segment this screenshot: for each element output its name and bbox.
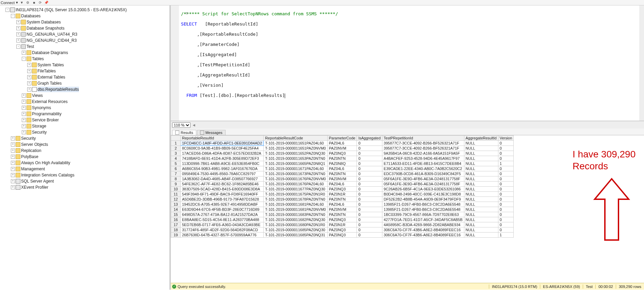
server-node[interactable]: -IN01LAP83174 (SQL Server 15.0.2000.5 - … [5,7,169,13]
grid-cell[interactable]: NULL [464,233,498,238]
grid-header[interactable]: ReportableResultId [181,136,264,141]
grid-cell[interactable]: 306C6A70-CF7F-43B6-A8E2-8B4089FEEC16 [382,227,464,233]
db-node[interactable]: +NG_GENAURU_CID44_R3 [16,37,169,44]
grid-cell[interactable]: A5D6BE2D-3DBB-496B-9173-79FA87D15628 [181,197,264,202]
grid-cell[interactable]: 54FE362C-AF7F-4E82-BC62-1F882A85BE46 [181,182,264,187]
expand-icon[interactable]: + [11,142,15,147]
grid-cell[interactable]: 0 [357,217,382,222]
grid-cell[interactable]: 26B7638D-647B-4327-B57F-5700959AA776 [181,233,264,238]
grid-cell[interactable]: 5ED7EB6B-0717-4FE6-A36D-043A3CDA93BE [181,222,264,227]
table-row[interactable]: 1926B7638D-647B-4327-B57F-5700959AA776T-… [171,233,514,238]
grid-header[interactable]: IsAggregated [357,136,382,141]
grid-cell[interactable]: 0 [498,212,514,217]
row-number[interactable]: 18 [171,227,181,233]
grid-cell[interactable]: NULL [464,217,498,222]
grid-cell[interactable]: 0 [357,202,382,207]
grid-cell[interactable]: 17ACED56-D86A-4DFA-8D87-EC57ED032B2A [181,151,264,156]
grid-cell[interactable]: 1A3B3082-DA4D-4685-AB4F-D38507766927 [181,176,264,182]
grid-cell[interactable]: NULL [464,182,498,187]
row-number[interactable]: 16 [171,217,181,222]
grid-cell[interactable]: 0 [498,141,514,146]
grid-header[interactable]: TestPRepetitionId [382,136,464,141]
grid-cell[interactable]: 0 [498,197,514,202]
grid-cell[interactable]: T-101-2019-0000011673PAZ0NTN0 [264,171,327,176]
grid-cell[interactable]: PAZ0NVM [327,176,357,182]
grid-cell[interactable]: 395877C7-3CCE-4092-B266-BF526321A71F [382,146,464,151]
grid-cell[interactable]: 6498D57A-2767-473A-BA12-81A21527DA2A [181,212,264,217]
grid-cell[interactable]: NULL [464,156,498,161]
expand-icon[interactable]: + [27,81,31,85]
grid-cell[interactable]: PAZ0N8Q [327,161,357,166]
grid-cell[interactable]: 0 [498,202,514,207]
tables-node[interactable]: -Tables [22,56,169,62]
sql-editor[interactable]: ⊟/****** Script for SelectTopNRows comma… [171,5,644,121]
grid-cell[interactable]: 13985F21-D267-4FB0-B6C3-C8C2DA6E5548 [382,202,464,207]
expand-icon[interactable]: + [16,26,20,30]
grid-cell[interactable]: 0 [498,151,514,156]
expand-icon[interactable]: + [11,161,15,165]
grid-cell[interactable]: PAZ0NQ3 [327,151,357,156]
grid-cell[interactable]: 9C26AB26-6B5F-4C1A-9EE3-E0DE53261086 [382,187,464,192]
tab-messages[interactable]: Messages [197,130,226,135]
replication-node[interactable]: +Replication [11,148,169,154]
grid-cell[interactable]: 0 [357,222,382,227]
grid-cell[interactable]: 0 [357,212,382,217]
grid-cell[interactable]: 19452DC6-A705-4385-92E7-4914958DDABF [181,202,264,207]
grid-cell[interactable]: 0 [498,156,514,161]
grid-cell[interactable]: 0 [357,207,382,212]
grid-cell[interactable]: T-101-2019-0000011651PAZ0NVM0 [264,146,327,151]
grid-cell[interactable]: PAZ0NVM [327,146,357,151]
grid-cell[interactable]: 0 [498,171,514,176]
programmability-node[interactable]: +Programmability [22,111,169,117]
grid-cell[interactable]: 0 [498,227,514,233]
table-row[interactable]: 47418BAFD-6E91-41D4-A2FB-305E89D72EF3T-1… [171,156,514,161]
expand-icon[interactable]: + [27,87,31,91]
row-number[interactable]: 3 [171,151,181,156]
expand-icon[interactable]: + [22,112,26,116]
code-fold-icon[interactable]: ⊟ [186,21,188,25]
expand-icon[interactable]: + [22,106,26,110]
table-row[interactable]: 28C0608C0-9A3B-41B9-8B09-5EC0F4E25FA4T-1… [171,146,514,151]
grid-cell[interactable]: PAZ04L6 [327,202,357,207]
row-number[interactable]: 6 [171,166,181,171]
expand-icon[interactable]: + [11,173,15,177]
graph-tables-node[interactable]: +Graph Tables [27,80,169,86]
editor-scrollbar[interactable] [639,5,644,121]
row-number[interactable]: 2 [171,146,181,151]
grid-cell[interactable]: NULL [464,192,498,197]
table-row[interactable]: 7095849E4-7530-4495-8560-78A6CC829797T-1… [171,171,514,176]
polybase-node[interactable]: +PolyBase [11,154,169,160]
grid-cell[interactable]: 383D7509-5CAD-428D-B415-E80DD08E3D8A [181,187,264,192]
grid-cell[interactable]: T-101-2019-0000011681PAZ0NVM0 [264,207,327,212]
refresh-icon[interactable]: ⟳ [38,0,43,5]
grid-cell[interactable]: 8C0608C0-9A3B-41B9-8B09-5EC0F4E25FA4 [181,146,264,151]
grid-cell[interactable]: E63D9D44-67C6-4F5B-BD3F-28E0C7716D89 [181,207,264,212]
grid-cell[interactable]: PAZ0NTN [327,212,357,217]
grid-cell[interactable]: NULL [464,202,498,207]
storage-node[interactable]: +Storage [22,123,169,129]
filetables-node[interactable]: +FileTables [27,68,169,74]
grid-cell[interactable]: PAZ04L6 [327,182,357,187]
expand-icon[interactable]: - [11,14,15,18]
grid-cell[interactable]: T-101-2019-0000011676PAZ04L60 [264,182,327,187]
grid-cell[interactable]: T-101-2019-0000011675PAZ0N1R0 [264,192,327,197]
grid-cell[interactable]: PAZ04L6 [327,141,357,146]
row-number[interactable]: 10 [171,187,181,192]
grid-cell[interactable]: T-101-2019-0000011685PAZ0NQ30 [264,227,327,233]
system-tables-node[interactable]: +System Tables [27,62,169,68]
grid-cell[interactable]: PAZ0NTN [327,197,357,202]
grid-cell[interactable]: NULL [464,161,498,166]
expand-icon[interactable]: + [11,149,15,153]
grid-cell[interactable]: T-101-2019-0000011678PAZ0NTN0 [264,197,327,202]
grid-cell[interactable]: 1FCD46CC-1A8F-4FDD-AFC1-0EE091D84AD2 [181,141,264,146]
table-row[interactable]: 81A3B3082-DA4D-4685-AB4F-D38507766927T-1… [171,176,514,182]
row-number[interactable]: 9 [171,182,181,187]
views-node[interactable]: +Views [22,92,169,99]
grid-cell[interactable]: A4BACFEF-9253-4528-94D6-4E45A9617F97 [382,156,464,161]
expand-icon[interactable]: + [16,38,20,42]
grid-cell[interactable]: NULL [464,222,498,227]
db-snapshots-node[interactable]: +Database Snapshots [16,25,169,31]
grid-cell[interactable]: NULL [464,187,498,192]
grid-cell[interactable]: 0 [498,207,514,212]
grid-header[interactable]: Version [498,136,514,141]
